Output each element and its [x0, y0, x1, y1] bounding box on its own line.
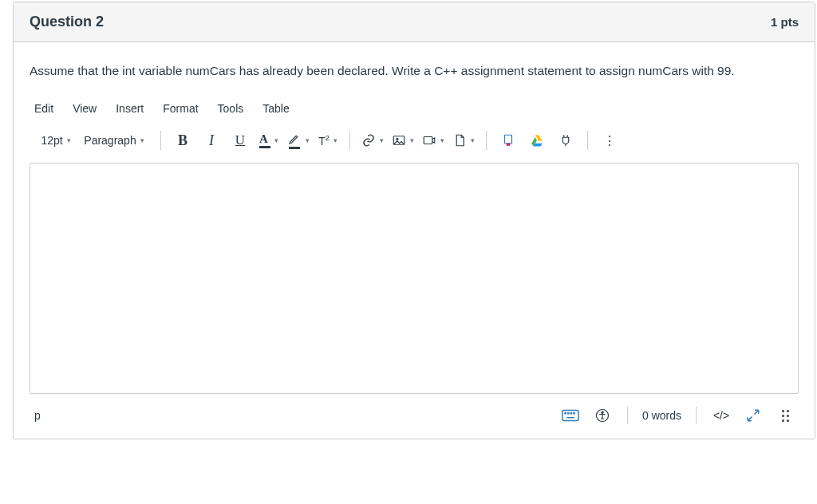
question-body: Assume that the int variable numCars has… — [14, 42, 815, 439]
resize-handle[interactable] — [775, 405, 795, 426]
rich-content-editor: Edit View Insert Format Tools Table 12pt… — [30, 102, 799, 431]
text-color-button[interactable]: A ▾ — [255, 128, 282, 153]
document-button[interactable]: ▾ — [449, 128, 478, 153]
question-title: Question 2 — [30, 14, 104, 30]
fullscreen-button[interactable] — [743, 405, 764, 426]
google-drive-icon — [530, 133, 544, 148]
chevron-down-icon: ▾ — [306, 136, 310, 144]
separator — [587, 131, 588, 150]
separator — [627, 407, 628, 424]
svg-point-6 — [565, 413, 566, 414]
underline-icon: U — [235, 132, 245, 148]
menu-edit[interactable]: Edit — [34, 102, 53, 115]
editor-statusbar: p — [30, 394, 799, 431]
chevron-down-icon: ▾ — [380, 136, 384, 144]
accessibility-checker-button[interactable] — [592, 405, 613, 426]
svg-rect-2 — [424, 137, 432, 144]
chevron-down-icon: ▾ — [140, 136, 144, 144]
image-button[interactable]: ▾ — [389, 128, 417, 153]
more-vertical-icon: ⋮ — [603, 133, 616, 148]
accessibility-icon — [595, 408, 610, 423]
html-view-button[interactable]: </> — [711, 405, 732, 426]
question-header: Question 2 1 pts — [14, 2, 815, 42]
editor-textarea[interactable] — [30, 163, 799, 394]
underline-button[interactable]: U — [227, 128, 254, 153]
editor-toolbar: 12pt ▾ Paragraph ▾ B I U A ▾ — [30, 124, 799, 163]
font-size-value: 12pt — [41, 134, 62, 147]
word-count[interactable]: 0 words — [642, 409, 681, 422]
chevron-down-icon: ▾ — [67, 136, 71, 144]
chevron-down-icon: ▾ — [334, 136, 337, 144]
menu-format[interactable]: Format — [163, 102, 198, 115]
italic-button[interactable]: I — [198, 128, 225, 153]
status-right: 0 words </> — [560, 405, 795, 426]
svg-point-8 — [570, 413, 571, 414]
menu-table[interactable]: Table — [262, 102, 289, 115]
svg-point-1 — [397, 139, 398, 140]
plugin-button[interactable] — [552, 128, 579, 153]
media-button[interactable]: ▾ — [419, 128, 448, 153]
more-options-button[interactable]: ⋮ — [596, 128, 623, 153]
keyboard-icon — [562, 409, 579, 422]
svg-point-7 — [567, 413, 568, 414]
svg-rect-5 — [562, 411, 578, 421]
question-points: 1 pts — [771, 15, 799, 29]
menu-tools[interactable]: Tools — [218, 102, 244, 115]
block-type-select[interactable]: Paragraph ▾ — [79, 128, 152, 153]
separator — [349, 131, 350, 150]
chevron-down-icon: ▾ — [440, 136, 444, 144]
element-path[interactable]: p — [34, 409, 560, 422]
menu-view[interactable]: View — [73, 102, 97, 115]
link-button[interactable]: ▾ — [358, 128, 387, 153]
apps-icon — [501, 133, 515, 148]
link-icon — [361, 133, 376, 148]
separator — [486, 131, 487, 150]
document-icon — [452, 133, 467, 148]
question-prompt: Assume that the int variable numCars has… — [30, 61, 799, 80]
highlight-icon — [287, 132, 302, 149]
svg-rect-3 — [505, 136, 512, 144]
highlight-color-button[interactable]: ▾ — [284, 128, 313, 153]
svg-rect-4 — [507, 144, 511, 146]
image-icon — [392, 133, 406, 148]
question-card: Question 2 1 pts Assume that the int var… — [13, 2, 815, 439]
keyboard-shortcuts-button[interactable] — [560, 405, 581, 426]
chevron-down-icon: ▾ — [274, 136, 278, 144]
font-size-select[interactable]: 12pt ▾ — [33, 128, 77, 153]
bold-button[interactable]: B — [169, 128, 196, 153]
superscript-button[interactable]: T2 ▾ — [314, 128, 341, 153]
svg-point-9 — [574, 413, 574, 414]
media-icon — [422, 133, 436, 148]
external-tool-button[interactable] — [495, 128, 522, 153]
menu-insert[interactable]: Insert — [116, 102, 144, 115]
editor-menubar: Edit View Insert Format Tools Table — [30, 102, 799, 124]
bold-icon: B — [178, 132, 187, 149]
fullscreen-icon — [746, 408, 760, 423]
chevron-down-icon: ▾ — [471, 136, 475, 144]
plugin-icon — [558, 133, 573, 148]
text-color-icon: A — [259, 132, 270, 148]
google-drive-button[interactable] — [523, 128, 551, 153]
block-type-value: Paragraph — [84, 134, 136, 147]
superscript-icon: T2 — [318, 134, 330, 148]
italic-icon: I — [209, 132, 214, 149]
separator — [696, 407, 697, 424]
chevron-down-icon: ▾ — [410, 136, 414, 144]
separator — [160, 131, 161, 150]
svg-point-12 — [602, 411, 603, 413]
drag-handle-icon — [782, 410, 789, 422]
